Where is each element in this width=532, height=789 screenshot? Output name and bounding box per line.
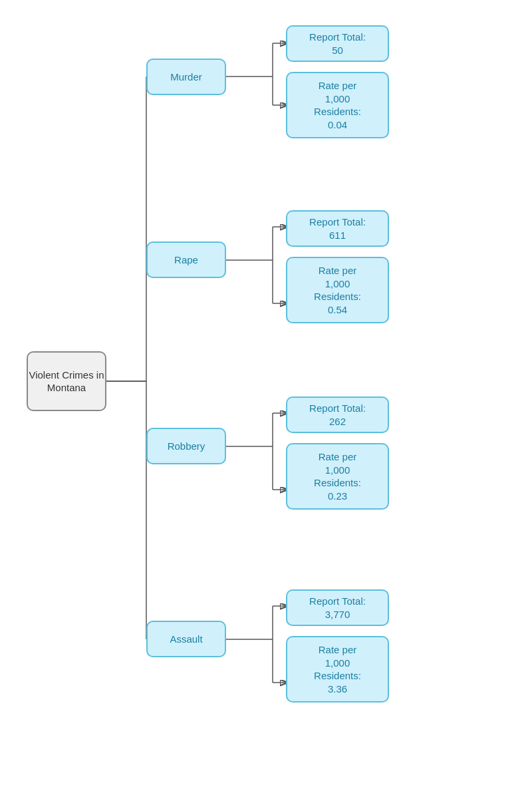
crime-node-murder: Murder: [146, 59, 226, 95]
stat-label-assault-total: Report Total: 3,770: [309, 595, 366, 621]
crime-label-robbery: Robbery: [168, 440, 205, 453]
stat-label-robbery-total: Report Total: 262: [309, 402, 366, 428]
root-node: Violent Crimes in Montana: [27, 351, 106, 411]
stat-node-rape-total: Report Total: 611: [286, 210, 389, 247]
stat-node-assault-total: Report Total: 3,770: [286, 589, 389, 626]
stat-node-murder-rate: Rate per 1,000 Residents: 0.04: [286, 72, 389, 138]
stat-label-murder-total: Report Total: 50: [309, 31, 366, 57]
stat-node-murder-total: Report Total: 50: [286, 25, 389, 62]
stat-node-assault-rate: Rate per 1,000 Residents: 3.36: [286, 636, 389, 703]
stat-node-rape-rate: Rate per 1,000 Residents: 0.54: [286, 257, 389, 323]
stat-label-murder-rate: Rate per 1,000 Residents: 0.04: [314, 79, 361, 131]
crime-label-assault: Assault: [170, 633, 202, 646]
stat-node-robbery-total: Report Total: 262: [286, 396, 389, 433]
stat-label-robbery-rate: Rate per 1,000 Residents: 0.23: [314, 450, 361, 502]
stat-node-robbery-rate: Rate per 1,000 Residents: 0.23: [286, 443, 389, 510]
crime-label-rape: Rape: [174, 253, 198, 267]
stat-label-rape-rate: Rate per 1,000 Residents: 0.54: [314, 264, 361, 316]
diagram: Violent Crimes in Montana Murder Report …: [13, 15, 519, 774]
root-label: Violent Crimes in Montana: [28, 369, 105, 394]
crime-label-murder: Murder: [170, 71, 202, 84]
crime-node-rape: Rape: [146, 241, 226, 278]
stat-label-rape-total: Report Total: 611: [309, 216, 366, 241]
crime-node-assault: Assault: [146, 621, 226, 657]
stat-label-assault-rate: Rate per 1,000 Residents: 3.36: [314, 643, 361, 695]
crime-node-robbery: Robbery: [146, 428, 226, 464]
